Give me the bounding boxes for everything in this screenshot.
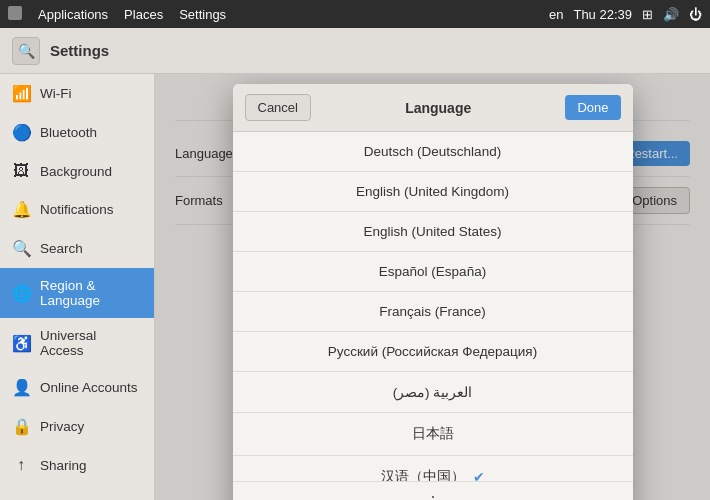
sidebar-label-notifications: Notifications — [40, 202, 114, 217]
privacy-icon: 🔒 — [12, 417, 30, 436]
language-item-japanese[interactable]: 日本語 — [233, 413, 633, 456]
language-name-chinese: 汉语（中国） — [381, 468, 465, 481]
locale-indicator: en — [549, 7, 563, 22]
network-icon[interactable]: ⊞ — [642, 7, 653, 22]
sidebar-label-region: Region & Language — [40, 278, 142, 308]
notifications-icon: 🔔 — [12, 200, 30, 219]
sidebar-label-bluetooth: Bluetooth — [40, 125, 97, 140]
settings-header: 🔍 Settings — [0, 28, 710, 74]
top-bar-right: en Thu 22:39 ⊞ 🔊 ⏻ — [549, 7, 702, 22]
bluetooth-icon: 🔵 — [12, 123, 30, 142]
power-icon[interactable]: ⏻ — [689, 7, 702, 22]
sidebar-item-universal[interactable]: ♿ Universal Access — [0, 318, 154, 368]
language-item-russian[interactable]: Русский (Российская Федерация) — [233, 332, 633, 372]
language-name-espanol: Español (España) — [379, 264, 486, 279]
language-item-arabic[interactable]: العربية (مصر) — [233, 372, 633, 413]
sidebar-item-region[interactable]: 🌐 Region & Language — [0, 268, 154, 318]
app-icon — [8, 6, 22, 23]
sidebar-item-background[interactable]: 🖼 Background — [0, 152, 154, 190]
settings-title: Settings — [50, 42, 698, 59]
applications-menu[interactable]: Applications — [38, 7, 108, 22]
sidebar-item-privacy[interactable]: 🔒 Privacy — [0, 407, 154, 446]
sidebar-label-background: Background — [40, 164, 112, 179]
language-name-japanese: 日本語 — [412, 425, 454, 443]
language-name-francais: Français (France) — [379, 304, 486, 319]
background-icon: 🖼 — [12, 162, 30, 180]
volume-icon[interactable]: 🔊 — [663, 7, 679, 22]
header-search-button[interactable]: 🔍 — [12, 37, 40, 65]
sidebar-label-universal: Universal Access — [40, 328, 142, 358]
sidebar-item-search[interactable]: 🔍 Search — [0, 229, 154, 268]
datetime: Thu 22:39 — [573, 7, 632, 22]
settings-menu[interactable]: Settings — [179, 7, 226, 22]
dialog-title: Language — [319, 100, 557, 116]
dialog-done-button[interactable]: Done — [565, 95, 620, 120]
language-item-deutsch[interactable]: Deutsch (Deutschland) — [233, 132, 633, 172]
language-name-russian: Русский (Российская Федерация) — [328, 344, 537, 359]
sidebar-label-search: Search — [40, 241, 83, 256]
places-menu[interactable]: Places — [124, 7, 163, 22]
language-item-english-uk[interactable]: English (United Kingdom) — [233, 172, 633, 212]
sidebar-item-online[interactable]: 👤 Online Accounts — [0, 368, 154, 407]
dialog-header: Cancel Language Done — [233, 84, 633, 132]
sidebar-item-notifications[interactable]: 🔔 Notifications — [0, 190, 154, 229]
language-item-english-us[interactable]: English (United States) — [233, 212, 633, 252]
more-icon: ⋮ — [424, 493, 442, 500]
dialog-cancel-button[interactable]: Cancel — [245, 94, 311, 121]
language-item-francais[interactable]: Français (France) — [233, 292, 633, 332]
settings-body: 📶 Wi-Fi 🔵 Bluetooth 🖼 Background 🔔 Notif… — [0, 74, 710, 500]
search-nav-icon: 🔍 — [12, 239, 30, 258]
language-name-arabic: العربية (مصر) — [393, 384, 473, 400]
search-icon: 🔍 — [18, 43, 35, 59]
top-bar: Applications Places Settings en Thu 22:3… — [0, 0, 710, 28]
content-area: Region & Language Language 汉语（中国） Restar… — [155, 74, 710, 500]
sidebar-item-wifi[interactable]: 📶 Wi-Fi — [0, 74, 154, 113]
sidebar-item-bluetooth[interactable]: 🔵 Bluetooth — [0, 113, 154, 152]
selected-checkmark: ✔ — [473, 469, 485, 481]
sidebar-label-wifi: Wi-Fi — [40, 86, 71, 101]
dialog-overlay: Cancel Language Done Deutsch (Deutschlan… — [155, 74, 710, 500]
top-bar-apps: Applications Places Settings — [8, 6, 226, 23]
language-name-english-uk: English (United Kingdom) — [356, 184, 509, 199]
language-item-espanol[interactable]: Español (España) — [233, 252, 633, 292]
language-list: Deutsch (Deutschland) English (United Ki… — [233, 132, 633, 481]
language-name-english-us: English (United States) — [363, 224, 501, 239]
dialog-footer[interactable]: ⋮ — [233, 481, 633, 500]
language-name-deutsch: Deutsch (Deutschland) — [364, 144, 501, 159]
svg-rect-0 — [8, 6, 22, 20]
sidebar-item-sharing[interactable]: ↑ Sharing — [0, 446, 154, 484]
region-icon: 🌐 — [12, 284, 30, 303]
universal-icon: ♿ — [12, 334, 30, 353]
sharing-icon: ↑ — [12, 456, 30, 474]
settings-window: 🔍 Settings 📶 Wi-Fi 🔵 Bluetooth 🖼 Backgro… — [0, 28, 710, 500]
language-dialog: Cancel Language Done Deutsch (Deutschlan… — [233, 84, 633, 500]
online-icon: 👤 — [12, 378, 30, 397]
language-item-chinese[interactable]: 汉语（中国） ✔ — [233, 456, 633, 481]
wifi-icon: 📶 — [12, 84, 30, 103]
sidebar: 📶 Wi-Fi 🔵 Bluetooth 🖼 Background 🔔 Notif… — [0, 74, 155, 500]
sidebar-label-sharing: Sharing — [40, 458, 87, 473]
sidebar-label-online: Online Accounts — [40, 380, 138, 395]
sidebar-label-privacy: Privacy — [40, 419, 84, 434]
